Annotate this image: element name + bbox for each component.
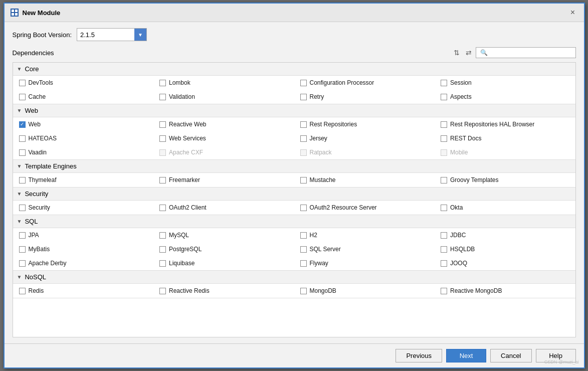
dep-checkbox[interactable] [159, 205, 166, 211]
dep-item[interactable]: Session [435, 76, 575, 90]
dep-checkbox[interactable] [159, 260, 166, 267]
dep-checkbox[interactable] [441, 80, 447, 86]
dep-item[interactable]: Thymeleaf [13, 173, 154, 187]
dep-checkbox[interactable] [300, 135, 307, 142]
dep-checkbox[interactable] [159, 121, 166, 128]
dep-item[interactable]: Cache [13, 90, 154, 104]
dep-item[interactable]: Freemarker [153, 173, 294, 187]
dep-checkbox[interactable] [19, 80, 26, 86]
dep-checkbox[interactable] [441, 260, 447, 267]
dep-checkbox[interactable] [19, 232, 26, 239]
dep-checkbox[interactable] [441, 246, 447, 253]
dep-checkbox[interactable] [300, 80, 307, 86]
dep-item[interactable]: PostgreSQL [153, 242, 294, 256]
dep-item[interactable]: DevTools [13, 76, 154, 90]
dep-item[interactable]: Reactive MongoDB [435, 284, 575, 298]
dep-name: Reactive Redis [169, 287, 210, 294]
section-header-nosql[interactable]: ▼ NoSQL [13, 271, 575, 284]
dep-checkbox[interactable] [19, 288, 26, 294]
section-header-web[interactable]: ▼ Web [13, 104, 575, 117]
dep-checkbox[interactable] [300, 205, 307, 211]
dep-item[interactable]: Groovy Templates [435, 173, 575, 187]
dep-checkbox[interactable] [159, 80, 166, 86]
filter-collapse-button[interactable]: ⇅ [452, 48, 462, 58]
dep-item[interactable]: Liquibase [153, 256, 294, 270]
section-header-sql[interactable]: ▼ SQL [13, 215, 575, 228]
dep-checkbox[interactable] [19, 135, 26, 142]
dep-item[interactable]: HSQLDB [435, 242, 575, 256]
dep-item[interactable]: Reactive Web [153, 117, 294, 131]
dep-checkbox[interactable] [19, 121, 26, 128]
dep-checkbox[interactable] [300, 177, 307, 183]
next-button[interactable]: Next [446, 349, 486, 362]
dep-item[interactable]: H2 [294, 228, 435, 242]
dep-item[interactable]: Okta [435, 201, 575, 215]
close-button[interactable]: × [568, 8, 578, 18]
dep-checkbox[interactable] [300, 260, 307, 267]
filter-expand-button[interactable]: ⇄ [464, 48, 474, 58]
dep-item[interactable]: OAuth2 Resource Server [294, 201, 435, 215]
dep-item[interactable]: Validation [153, 90, 294, 104]
dep-item[interactable]: JPA [13, 228, 154, 242]
dep-item[interactable]: Mustache [294, 173, 435, 187]
dep-checkbox[interactable] [159, 246, 166, 253]
dep-item[interactable]: Lombok [153, 76, 294, 90]
dep-checkbox[interactable] [300, 121, 307, 128]
dep-checkbox[interactable] [441, 177, 447, 183]
dep-item[interactable]: Rest Repositories HAL Browser [435, 117, 575, 131]
dep-item[interactable]: Jersey [294, 131, 435, 145]
dep-item[interactable]: Web Services [153, 131, 294, 145]
dep-item[interactable]: OAuth2 Client [153, 201, 294, 215]
search-input[interactable] [490, 49, 571, 56]
version-select[interactable]: 2.1.5 ▼ [77, 28, 147, 41]
dep-item[interactable]: Aspects [435, 90, 575, 104]
dep-item[interactable]: Retry [294, 90, 435, 104]
dep-checkbox[interactable] [300, 246, 307, 253]
version-dropdown-button[interactable]: ▼ [134, 29, 146, 41]
dep-item[interactable]: MySQL [153, 228, 294, 242]
dep-checkbox[interactable] [300, 94, 307, 100]
dep-item[interactable]: Configuration Processor [294, 76, 435, 90]
dep-item[interactable]: Reactive Redis [153, 284, 294, 298]
dep-checkbox[interactable] [441, 94, 447, 100]
dep-item[interactable]: MongoDB [294, 284, 435, 298]
section-header-template-engines[interactable]: ▼ Template Engines [13, 160, 575, 173]
dep-item[interactable]: Rest Repositories [294, 117, 435, 131]
dep-item[interactable]: MyBatis [13, 242, 154, 256]
dep-checkbox[interactable] [159, 177, 166, 183]
dep-item[interactable]: Flyway [294, 256, 435, 270]
previous-button[interactable]: Previous [396, 349, 442, 362]
dep-checkbox[interactable] [441, 232, 447, 239]
dep-item[interactable]: Vaadin [13, 145, 154, 159]
dep-checkbox[interactable] [19, 149, 26, 156]
deps-scroll-area[interactable]: ▼ CoreDevToolsLombokConfiguration Proces… [13, 62, 576, 337]
section-header-security[interactable]: ▼ Security [13, 188, 575, 201]
dep-item[interactable]: REST Docs [435, 131, 575, 145]
dep-checkbox[interactable] [441, 135, 447, 142]
dep-checkbox[interactable] [19, 205, 26, 211]
cancel-button[interactable]: Cancel [490, 349, 531, 362]
dep-checkbox[interactable] [159, 232, 166, 239]
dep-checkbox[interactable] [19, 260, 26, 267]
dep-item[interactable]: Security [13, 201, 154, 215]
dep-item[interactable]: JDBC [435, 228, 575, 242]
dep-checkbox[interactable] [19, 246, 26, 253]
dep-item[interactable]: HATEOAS [13, 131, 154, 145]
dep-item[interactable]: SQL Server [294, 242, 435, 256]
dep-checkbox[interactable] [300, 288, 307, 294]
dep-checkbox[interactable] [159, 288, 166, 294]
dep-item[interactable]: Apache Derby [13, 256, 154, 270]
dep-checkbox[interactable] [441, 288, 447, 294]
section-header-core[interactable]: ▼ Core [13, 63, 575, 76]
dep-checkbox[interactable] [19, 177, 26, 183]
dep-checkbox[interactable] [441, 121, 447, 128]
dep-checkbox[interactable] [19, 94, 26, 100]
dep-checkbox[interactable] [441, 205, 447, 211]
dep-checkbox[interactable] [159, 135, 166, 142]
dep-checkbox[interactable] [300, 232, 307, 239]
dep-item[interactable]: Web [13, 117, 154, 131]
dep-checkbox[interactable] [159, 94, 166, 100]
dep-name: MongoDB [310, 287, 336, 294]
dep-item[interactable]: JOOQ [435, 256, 575, 270]
dep-item[interactable]: Redis [13, 284, 154, 298]
